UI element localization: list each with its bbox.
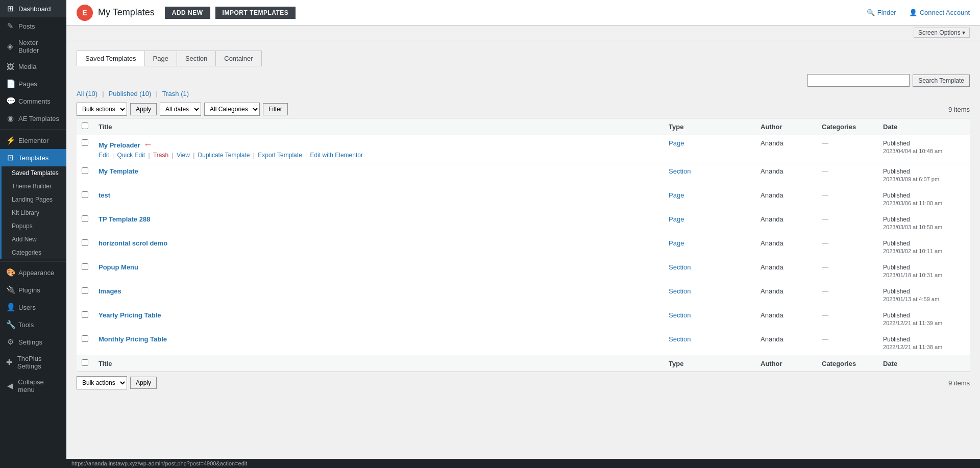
- template-title-link[interactable]: test: [99, 191, 110, 199]
- date-value: 2023/01/18 at 10:31 am: [883, 272, 942, 278]
- filter-trash-link[interactable]: Trash (1): [162, 90, 189, 97]
- template-title-link[interactable]: Yearly Pricing Table: [99, 311, 161, 319]
- template-type-link[interactable]: Page: [669, 215, 684, 223]
- tab-page[interactable]: Page: [144, 51, 177, 66]
- finder-button[interactable]: 🔍 Finder: [867, 9, 896, 16]
- table-row: horizontal scrol demoPageAnanda—Publishe…: [77, 235, 970, 259]
- template-title-link[interactable]: Images: [99, 287, 121, 295]
- template-title-link[interactable]: Monthly Pricing Table: [99, 335, 167, 343]
- tab-saved-templates[interactable]: Saved Templates: [77, 51, 145, 66]
- template-type-link[interactable]: Section: [669, 287, 691, 295]
- filter-published-link[interactable]: Published (10): [109, 90, 152, 97]
- trash-link[interactable]: Trash: [153, 152, 168, 159]
- bottom-action-bar: Bulk actions Delete Apply 9 items: [77, 376, 970, 389]
- sidebar-item-tools[interactable]: 🔧 Tools: [0, 316, 66, 333]
- sidebar-item-pages[interactable]: 📄 Pages: [0, 75, 66, 92]
- dashboard-icon: ⊞: [6, 4, 14, 13]
- template-title-link[interactable]: My Template: [99, 167, 138, 175]
- sidebar-item-categories[interactable]: Categories: [2, 246, 66, 259]
- plugins-icon: 🔌: [6, 285, 14, 294]
- sidebar-item-settings[interactable]: ⚙ Settings: [0, 333, 66, 351]
- row-checkbox[interactable]: [82, 287, 88, 294]
- row-checkbox[interactable]: [82, 263, 88, 270]
- action-link[interactable]: Edit: [99, 152, 109, 159]
- row-checkbox[interactable]: [82, 167, 88, 174]
- sidebar-item-posts[interactable]: ✎ Posts: [0, 17, 66, 35]
- sidebar-item-add-new[interactable]: Add New: [2, 233, 66, 246]
- sidebar-item-dashboard[interactable]: ⊞ Dashboard: [0, 0, 66, 17]
- tab-section[interactable]: Section: [177, 51, 216, 66]
- sidebar-item-nexter-builder[interactable]: ◈ Nexter Builder: [0, 35, 66, 58]
- row-checkbox[interactable]: [82, 335, 88, 342]
- action-link[interactable]: Edit with Elementor: [310, 152, 363, 159]
- bulk-actions-select-bottom[interactable]: Bulk actions Delete: [77, 376, 127, 389]
- select-all-checkbox[interactable]: [82, 122, 88, 129]
- row-checkbox[interactable]: [82, 191, 88, 198]
- tf-date: Date: [878, 355, 970, 372]
- sidebar-item-popups[interactable]: Popups: [2, 219, 66, 233]
- table-header-row: Title Type Author Categories Date: [77, 118, 970, 135]
- template-title-link[interactable]: horizontal scrol demo: [99, 239, 167, 247]
- sidebar-item-appearance[interactable]: 🎨 Appearance: [0, 264, 66, 281]
- action-link[interactable]: View: [177, 152, 190, 159]
- search-input[interactable]: [807, 74, 910, 87]
- template-type-link[interactable]: Section: [669, 335, 691, 343]
- template-title-link[interactable]: TP Template 288: [99, 215, 150, 223]
- sidebar-item-landing-pages[interactable]: Landing Pages: [2, 193, 66, 206]
- template-type-link[interactable]: Page: [669, 191, 684, 199]
- connect-account-button[interactable]: 👤 Connect Account: [909, 9, 970, 16]
- tf-title: Title: [93, 355, 664, 372]
- sidebar-item-collapse[interactable]: ◀ Collapse menu: [0, 374, 66, 398]
- dates-select[interactable]: All dates: [160, 103, 201, 116]
- row-checkbox[interactable]: [82, 311, 88, 318]
- sidebar-item-templates[interactable]: ⊡ Templates: [0, 149, 66, 166]
- row-checkbox[interactable]: [82, 239, 88, 246]
- sidebar-item-ae-templates[interactable]: ◉ AE Templates: [0, 110, 66, 127]
- action-bar: Bulk actions Delete Apply All dates All …: [77, 103, 970, 116]
- users-icon: 👤: [6, 303, 14, 312]
- sidebar-item-users[interactable]: 👤 Users: [0, 299, 66, 316]
- tab-container[interactable]: Container: [215, 51, 261, 66]
- search-template-button[interactable]: Search Template: [913, 75, 970, 87]
- sidebar-item-elementor[interactable]: ⚡ Elementor: [0, 132, 66, 149]
- categories-select[interactable]: All Categories: [204, 103, 260, 116]
- sidebar-item-comments[interactable]: 💬 Comments: [0, 92, 66, 110]
- collapse-icon: ◀: [6, 381, 14, 390]
- sidebar-item-media[interactable]: 🖼 Media: [0, 58, 66, 75]
- sidebar-item-kit-library[interactable]: Kit Library: [2, 206, 66, 219]
- sidebar-item-theme-builder[interactable]: Theme Builder: [2, 180, 66, 193]
- row-checkbox[interactable]: [82, 139, 88, 146]
- template-title-link[interactable]: My Preloader: [99, 141, 140, 149]
- apply-button-bottom[interactable]: Apply: [130, 377, 157, 389]
- template-type-link[interactable]: Section: [669, 311, 691, 319]
- bulk-actions-select[interactable]: Bulk actions Delete: [77, 103, 127, 116]
- import-templates-button[interactable]: IMPORT TEMPLATES: [215, 7, 296, 19]
- red-arrow: ←: [143, 139, 153, 150]
- sidebar-item-plugins[interactable]: 🔌 Plugins: [0, 281, 66, 299]
- apply-button[interactable]: Apply: [130, 103, 157, 115]
- filter-button[interactable]: Filter: [263, 103, 288, 115]
- theplus-label: ThePlus Settings: [17, 355, 60, 370]
- date-value: 2023/03/02 at 10:11 am: [883, 248, 942, 254]
- template-title-link[interactable]: Popup Menu: [99, 263, 138, 271]
- add-new-button[interactable]: ADD NEW: [165, 7, 210, 19]
- template-date: Published2023/04/04 at 10:48 am: [878, 135, 970, 163]
- template-type-link[interactable]: Section: [669, 167, 691, 175]
- main-area: E My Templates ADD NEW IMPORT TEMPLATES …: [66, 0, 980, 468]
- filter-all-link[interactable]: All (10): [77, 90, 97, 97]
- kit-library-label: Kit Library: [12, 209, 39, 216]
- select-all-checkbox-bottom[interactable]: [82, 359, 88, 366]
- template-type-link[interactable]: Page: [669, 239, 684, 247]
- action-link[interactable]: Export Template: [258, 152, 302, 159]
- nexter-icon: ◈: [6, 42, 14, 51]
- sidebar-item-saved-templates[interactable]: Saved Templates: [2, 166, 66, 180]
- date-value: 2023/03/03 at 10:50 am: [883, 224, 942, 230]
- date-value: 2022/12/21 at 11:38 am: [883, 344, 942, 350]
- template-type-link[interactable]: Section: [669, 263, 691, 271]
- template-type-link[interactable]: Page: [669, 139, 684, 147]
- action-link[interactable]: Duplicate Template: [198, 152, 250, 159]
- sidebar-item-theplus[interactable]: ✚ ThePlus Settings: [0, 351, 66, 374]
- screen-options-button[interactable]: Screen Options ▾: [914, 28, 970, 38]
- action-link[interactable]: Quick Edit: [117, 152, 145, 159]
- row-checkbox[interactable]: [82, 215, 88, 222]
